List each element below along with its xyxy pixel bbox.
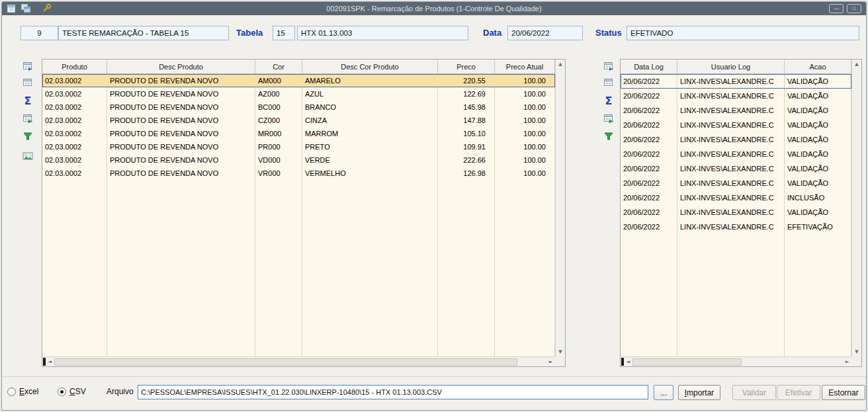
table-row[interactable]: 02.03.0002PRODUTO DE REVENDA NOVOVD000VE… — [42, 153, 555, 167]
column-header[interactable]: Preco Atual — [495, 60, 555, 73]
scrollbar-thumb[interactable] — [632, 358, 742, 366]
cell: VERMELHO — [302, 167, 438, 180]
cell: PR000 — [255, 140, 302, 153]
cell: VALIDAÇÃO — [785, 176, 851, 190]
table-row[interactable]: 20/06/2022LINX-INVES\ALEXANDRE.CEFETIVAÇ… — [621, 220, 851, 234]
cell: 20/06/2022 — [621, 147, 677, 161]
cell: LINX-INVES\ALEXANDRE.C — [677, 161, 785, 176]
csv-radio[interactable] — [58, 388, 66, 396]
arquivo-input[interactable] — [138, 385, 648, 399]
sum-icon[interactable]: Σ — [601, 93, 616, 108]
table-row[interactable]: 02.03.0002PRODUTO DE REVENDA NOVOAZ000AZ… — [42, 87, 555, 101]
cell: LINX-INVES\ALEXANDRE.C — [677, 205, 785, 220]
estornar-button[interactable]: Estornar — [822, 385, 865, 400]
record-name-field[interactable]: TESTE REMARCAÇÃO - TABELA 15 — [58, 26, 229, 40]
efetivar-button[interactable]: Efetivar — [777, 385, 820, 400]
scrollbar-corner — [851, 356, 861, 366]
cell: 100.00 — [495, 140, 555, 153]
export-grid-icon[interactable] — [21, 59, 35, 73]
excel-radio[interactable] — [7, 388, 16, 396]
column-header[interactable]: Desc Cor Produto — [302, 60, 438, 73]
cell: AZ000 — [255, 87, 302, 101]
cell: 20/06/2022 — [621, 176, 677, 190]
table-row[interactable]: 20/06/2022LINX-INVES\ALEXANDRE.CVALIDAÇÃ… — [621, 118, 851, 132]
csv-radio-label[interactable]: CSV — [69, 387, 86, 396]
cell: AZUL — [302, 87, 438, 101]
scroll-down-icon[interactable]: ▼ — [852, 347, 861, 356]
vertical-scrollbar[interactable]: ▲ ▼ — [851, 60, 861, 356]
browse-button[interactable]: ... — [654, 385, 673, 400]
cell: 02.03.0002 — [42, 140, 107, 153]
table-row[interactable]: 02.03.0002PRODUTO DE REVENDA NOVOBC000BR… — [42, 101, 555, 114]
table-row[interactable]: 02.03.0002PRODUTO DE REVENDA NOVOPR000PR… — [42, 140, 555, 153]
status-field[interactable]: EFETIVADO — [627, 26, 859, 40]
column-header[interactable]: Produto — [42, 60, 107, 73]
column-header[interactable]: Usuario Log — [677, 60, 785, 73]
column-header[interactable]: Desc Produto — [107, 60, 255, 73]
validar-button[interactable]: Validar — [732, 385, 776, 400]
table-row[interactable]: 02.03.0002PRODUTO DE REVENDA NOVOMR000MA… — [42, 127, 555, 140]
filter-icon[interactable] — [21, 129, 35, 144]
column-header[interactable]: Data Log — [621, 60, 677, 73]
log-grid-header: Data LogUsuario LogAcao — [621, 60, 851, 74]
scroll-up-icon[interactable]: ▲ — [556, 60, 565, 69]
log-grid: Data LogUsuario LogAcao 20/06/2022LINX-I… — [620, 59, 862, 367]
scroll-right-icon[interactable]: ► — [843, 358, 851, 366]
maximize-button[interactable]: □ — [847, 4, 861, 13]
log-grid-body: 20/06/2022LINX-INVES\ALEXANDRE.CVALIDAÇÃ… — [621, 74, 851, 356]
grid-icon[interactable] — [601, 75, 616, 90]
column-header[interactable]: Acao — [785, 60, 851, 73]
cell: INCLUSÃO — [785, 190, 851, 205]
wrench-icon[interactable] — [41, 3, 52, 14]
cell: PRODUTO DE REVENDA NOVO — [107, 114, 255, 127]
table-row[interactable]: 02.03.0002PRODUTO DE REVENDA NOVOCZ000CI… — [42, 114, 555, 127]
products-grid-body: 02.03.0002PRODUTO DE REVENDA NOVOAM000AM… — [42, 74, 555, 356]
table-row[interactable]: 20/06/2022LINX-INVES\ALEXANDRE.CINCLUSÃO — [621, 190, 851, 205]
filter-icon[interactable] — [601, 129, 616, 144]
vertical-scrollbar[interactable]: ▲ ▼ — [555, 60, 565, 356]
cell: 02.03.0002 — [42, 127, 107, 140]
cell: CINZA — [302, 114, 438, 127]
tabela-nome-field[interactable]: HTX 01.13.003 — [297, 26, 468, 40]
scroll-left-icon[interactable]: ◄ — [46, 358, 54, 366]
cell: LINX-INVES\ALEXANDRE.C — [677, 147, 785, 161]
table-row[interactable]: 20/06/2022LINX-INVES\ALEXANDRE.CVALIDAÇÃ… — [621, 205, 851, 220]
table-row[interactable]: 20/06/2022LINX-INVES\ALEXANDRE.CVALIDAÇÃ… — [621, 176, 851, 190]
scroll-left-icon[interactable]: ◄ — [624, 358, 632, 366]
table-row[interactable]: 20/06/2022LINX-INVES\ALEXANDRE.CVALIDAÇÃ… — [621, 103, 851, 118]
excel-radio-label[interactable]: Excel — [19, 387, 38, 396]
column-header[interactable]: Cor — [255, 60, 302, 73]
table-row[interactable]: 02.03.0002PRODUTO DE REVENDA NOVOAM000AM… — [42, 74, 555, 87]
cell: 100.00 — [495, 167, 555, 180]
export-grid-icon[interactable] — [601, 59, 616, 73]
minimize-button[interactable]: — — [829, 4, 844, 13]
scroll-up-icon[interactable]: ▲ — [852, 60, 861, 69]
importar-button[interactable]: Importar — [678, 385, 720, 400]
form-icon[interactable] — [6, 3, 17, 14]
windows-icon[interactable] — [21, 3, 31, 14]
record-id-field[interactable]: 9 — [21, 26, 58, 40]
scrollbar-thumb[interactable] — [54, 358, 517, 366]
data-field[interactable]: 20/06/2022 — [507, 26, 583, 40]
grid-refresh-icon[interactable] — [21, 111, 35, 126]
table-row[interactable]: 20/06/2022LINX-INVES\ALEXANDRE.CVALIDAÇÃ… — [621, 89, 851, 103]
cell: 20/06/2022 — [621, 205, 677, 220]
horizontal-scrollbar[interactable]: ◄ ► — [621, 356, 851, 366]
tabela-numero-field[interactable]: 15 — [273, 26, 295, 40]
sum-icon[interactable]: Σ — [21, 93, 35, 108]
grid-icon[interactable] — [21, 75, 35, 90]
window-title: 002091SPK - Remarcação de Produtos (1-Co… — [2, 2, 866, 15]
cell: EFETIVAÇÃO — [785, 220, 851, 234]
horizontal-scrollbar[interactable]: ◄ ► — [42, 356, 555, 366]
table-row[interactable]: 02.03.0002PRODUTO DE REVENDA NOVOVR000VE… — [42, 167, 555, 180]
table-row[interactable]: 20/06/2022LINX-INVES\ALEXANDRE.CVALIDAÇÃ… — [621, 74, 851, 89]
scroll-right-icon[interactable]: ► — [546, 358, 555, 366]
image-icon[interactable] — [21, 149, 35, 163]
grid-refresh-icon[interactable] — [601, 111, 616, 126]
table-row[interactable]: 20/06/2022LINX-INVES\ALEXANDRE.CVALIDAÇÃ… — [621, 132, 851, 147]
scroll-down-icon[interactable]: ▼ — [556, 347, 565, 356]
column-header[interactable]: Preco — [438, 60, 495, 73]
table-row[interactable]: 20/06/2022LINX-INVES\ALEXANDRE.CVALIDAÇÃ… — [621, 147, 851, 161]
table-row[interactable]: 20/06/2022LINX-INVES\ALEXANDRE.CVALIDAÇÃ… — [621, 161, 851, 176]
cell: 100.00 — [495, 101, 555, 114]
